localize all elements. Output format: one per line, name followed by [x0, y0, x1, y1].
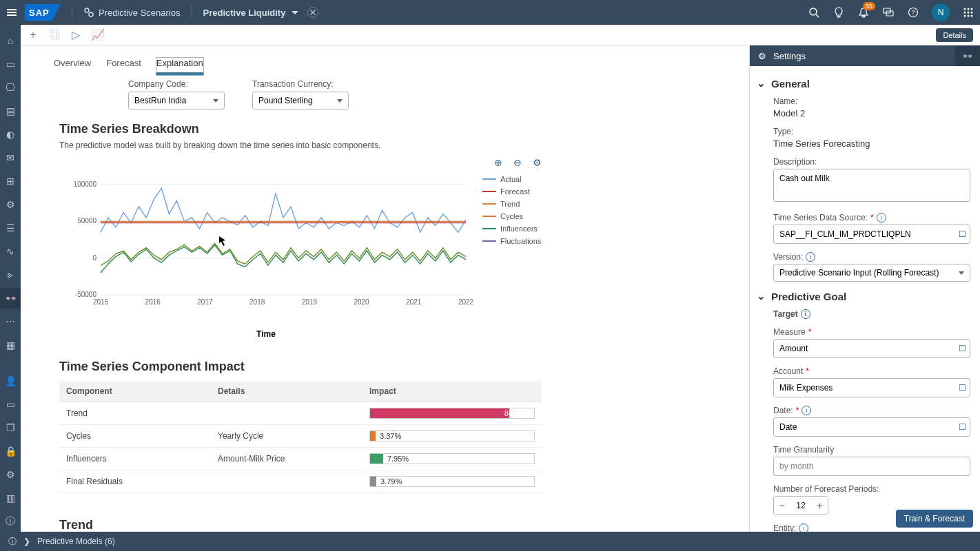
name-value: Model 2 [773, 108, 970, 118]
stepper-minus[interactable]: − [774, 497, 790, 514]
breadcrumb-item-2: Predictive Liquidity [203, 8, 286, 18]
train-forecast-button[interactable]: Train & Forecast [896, 510, 973, 528]
chevron-down-icon [289, 7, 300, 18]
rail-calendar-icon[interactable]: ▦ [0, 335, 21, 355]
rail-more-icon[interactable]: ⋯ [0, 311, 21, 332]
group-general[interactable]: ⌄ General [757, 77, 970, 90]
svg-text:0: 0 [92, 254, 96, 262]
app-grid-icon[interactable] [962, 6, 974, 19]
date-field[interactable] [773, 417, 970, 437]
avatar[interactable]: N [932, 3, 950, 21]
idea-icon[interactable] [833, 6, 845, 19]
measure-field[interactable] [773, 339, 970, 358]
version-select[interactable]: Predictive Scenario Input (Rolling Forec… [773, 264, 970, 282]
impact-section-title: Time Series Component Impact [59, 360, 724, 374]
stepper-plus[interactable]: + [812, 497, 828, 514]
details-button[interactable]: Details [936, 28, 973, 42]
rail-list-icon[interactable]: ☰ [0, 218, 21, 238]
svg-text:2019: 2019 [302, 298, 318, 306]
sap-logo: SAP [25, 4, 61, 21]
value-help-icon[interactable]: ☐ [959, 422, 966, 432]
breadcrumb[interactable]: Predictive Scenarios [83, 7, 181, 18]
rail-user-icon[interactable]: 👤 [0, 371, 21, 391]
tab-explanation[interactable]: Explanation [156, 58, 203, 75]
predictive-models-label[interactable]: Predictive Models (6) [37, 537, 115, 546]
breadcrumb-item-1[interactable]: Predictive Scenarios [99, 8, 181, 18]
rail-files-icon[interactable]: ▭ [0, 54, 21, 74]
tab-overview[interactable]: Overview [54, 58, 91, 75]
svg-text:2021: 2021 [406, 298, 422, 306]
rail-info-icon[interactable]: ⓘ [0, 511, 21, 532]
impact-col-details: Details [211, 381, 363, 402]
designer-icon[interactable]: 👓 [955, 45, 980, 66]
status-info-icon[interactable]: ⓘ [8, 536, 17, 548]
rail-sphere-icon[interactable]: ◐ [0, 124, 21, 145]
notification-icon[interactable]: 55 [857, 6, 870, 19]
page-toolbar: ＋ ⿻ ▷ 📈 Details [21, 25, 980, 45]
tab-forecast[interactable]: Forecast [106, 58, 141, 75]
copy-icon[interactable]: ⿻ [50, 29, 61, 41]
rail-lock-icon[interactable]: 🔒 [0, 441, 21, 461]
breadcrumb-current[interactable]: Predictive Liquidity [203, 7, 301, 18]
periods-value[interactable] [790, 501, 812, 510]
help-icon[interactable]: ? [907, 6, 919, 19]
currency-select[interactable]: Pound Sterling [252, 92, 349, 110]
scrollable-content[interactable]: Overview Forecast Explanation Company Co… [21, 45, 749, 532]
add-icon[interactable]: ＋ [28, 28, 39, 42]
group-predictive-goal[interactable]: ⌄ Predictive Goal [757, 290, 970, 302]
rail-org-icon[interactable]: ⊞ [0, 171, 21, 191]
close-tab-icon[interactable] [307, 7, 318, 18]
impact-cell-bar: 3.37% [363, 425, 542, 448]
chart-legend: Actual Forecast Trend Cycles Influencers… [482, 171, 541, 339]
rail-message-icon[interactable]: ✉ [0, 147, 21, 168]
rail-admin-icon[interactable]: ▥ [0, 488, 21, 508]
value-help-icon[interactable]: ☐ [959, 383, 966, 393]
rail-book-icon[interactable]: ▭ [0, 394, 21, 415]
info-icon[interactable]: i [799, 523, 808, 532]
zoom-in-icon[interactable]: ⊕ [494, 157, 502, 168]
info-icon[interactable]: i [801, 309, 810, 319]
chart-export-icon[interactable]: 📈 [91, 28, 105, 41]
search-icon[interactable] [808, 6, 820, 19]
company-code-select[interactable]: BestRun India [128, 92, 225, 110]
gear-icon: ⚙ [758, 51, 766, 61]
description-field[interactable] [773, 169, 970, 202]
rail-share-icon[interactable]: ⪢ [0, 264, 21, 285]
rail-predictive-icon[interactable]: 👓 [0, 288, 21, 309]
table-row: Final Residuals 3.79% [59, 470, 542, 493]
legend-cycles: Cycles [500, 212, 523, 220]
play-icon[interactable]: ▷ [72, 28, 80, 41]
info-icon[interactable]: i [877, 213, 886, 222]
source-field[interactable] [773, 225, 970, 244]
value-help-icon[interactable]: ☐ [959, 344, 966, 353]
svg-text:2020: 2020 [354, 298, 369, 306]
expand-icon[interactable]: ❯ [23, 537, 30, 546]
discussion-icon[interactable] [882, 6, 895, 19]
periods-stepper[interactable]: − + [773, 496, 828, 515]
account-field[interactable] [773, 378, 970, 397]
chart-x-axis-label: Time [59, 329, 473, 339]
impact-cell-component: Influencers [59, 448, 211, 470]
rail-home-icon[interactable]: ⌂ [0, 30, 21, 51]
rail-pulse-icon[interactable]: ∿ [0, 241, 21, 262]
svg-text:2022: 2022 [458, 298, 473, 306]
chevron-down-icon: ⌄ [757, 290, 766, 302]
impact-cell-bar: 7.95% [363, 448, 542, 470]
rail-monitor-icon[interactable]: 🖵 [0, 77, 21, 98]
rail-settings2-icon[interactable]: ⚙ [0, 464, 21, 485]
svg-text:100000: 100000 [74, 180, 97, 188]
svg-point-13 [968, 12, 970, 14]
chart-settings-icon[interactable]: ⚙ [533, 157, 542, 168]
rail-layers-icon[interactable]: ❐ [0, 417, 21, 438]
zoom-out-icon[interactable]: ⊖ [513, 157, 522, 168]
svg-point-17 [971, 15, 973, 17]
info-icon[interactable]: i [802, 406, 811, 415]
rail-present-icon[interactable]: ▤ [0, 101, 21, 121]
menu-icon[interactable] [6, 6, 18, 19]
info-icon[interactable]: i [806, 252, 815, 262]
impact-table: Component Details Impact Trend 84.88% Cy… [59, 381, 542, 493]
date-label: Date:*i [773, 406, 970, 415]
granularity-field[interactable] [773, 457, 970, 476]
rail-gear-icon[interactable]: ⚙ [0, 194, 21, 215]
value-help-icon[interactable]: ☐ [959, 229, 966, 239]
